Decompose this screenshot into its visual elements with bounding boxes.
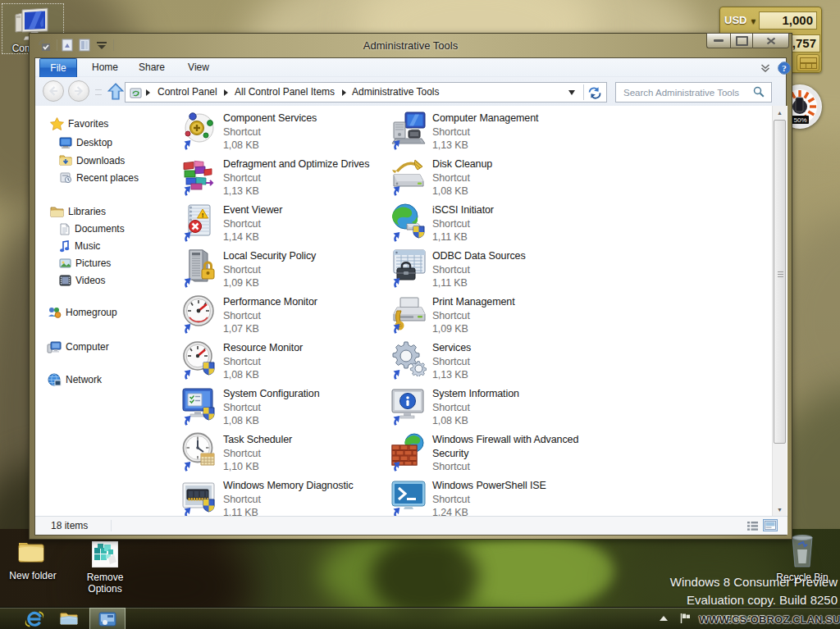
svg-text:?: ? xyxy=(782,63,787,73)
svg-text:50%: 50% xyxy=(793,116,806,124)
svg-text:!: ! xyxy=(202,212,204,219)
